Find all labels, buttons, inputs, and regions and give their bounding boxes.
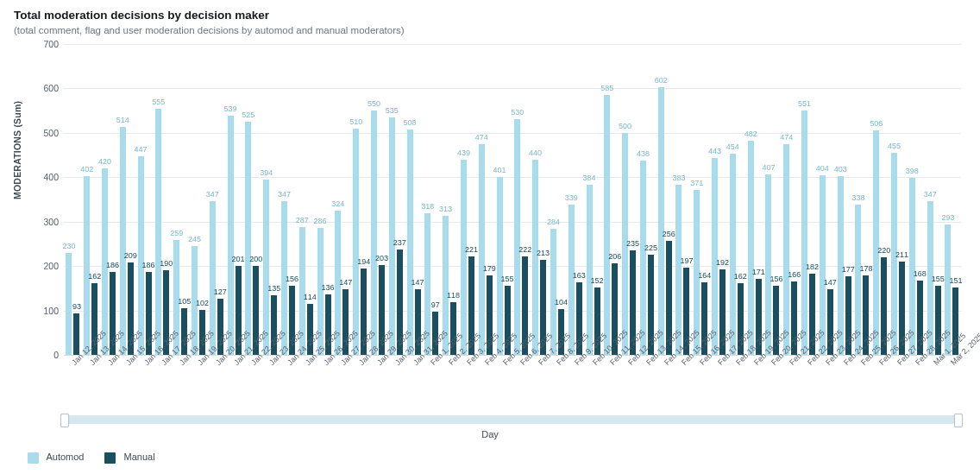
- bar-value-automod: 550: [368, 100, 380, 111]
- bar-value-automod: 439: [457, 149, 470, 160]
- bar-value-automod: 384: [582, 174, 595, 185]
- x-axis-label: Day: [14, 429, 966, 439]
- y-axis-label: MODERATIONS (Sum): [12, 101, 22, 199]
- bar-automod[interactable]: 402: [84, 176, 90, 355]
- bar-value-automod: 259: [170, 230, 183, 240]
- bar-value-automod: 474: [475, 134, 488, 144]
- x-tick: Feb 4, 2025: [476, 355, 494, 379]
- bar-automod[interactable]: 438: [640, 161, 646, 355]
- x-tick: Jan 28, 2025: [351, 355, 369, 379]
- bar-value-automod: 407: [762, 164, 775, 174]
- bar-group: 402162: [82, 176, 100, 355]
- x-tick: Jan 21, 2025: [225, 355, 243, 379]
- x-tick: Feb 11, 2025: [602, 355, 620, 379]
- bar-value-automod: 318: [421, 203, 434, 213]
- bar-automod[interactable]: 443: [712, 158, 718, 355]
- x-tick: Feb 16, 2025: [692, 355, 710, 379]
- bar-automod[interactable]: 401: [497, 177, 503, 355]
- x-tick: Feb 22, 2025: [800, 355, 818, 379]
- bar-automod[interactable]: 508: [407, 130, 413, 355]
- x-tick: Jan 31, 2025: [405, 355, 423, 379]
- bar-value-manual: 151: [949, 277, 962, 288]
- bar-value-automod: 525: [242, 111, 254, 122]
- bar-value-automod: 230: [62, 243, 75, 253]
- bar-automod[interactable]: 510: [353, 129, 359, 355]
- bar-automod[interactable]: 585: [604, 95, 610, 355]
- bar-automod[interactable]: 535: [389, 117, 395, 355]
- x-tick: Jan 12, 2025: [64, 355, 82, 379]
- bar-value-automod: 514: [116, 117, 129, 127]
- bar-value-automod: 245: [188, 236, 201, 246]
- x-tick: Feb 17, 2025: [710, 355, 728, 379]
- y-tick-label: 600: [43, 83, 59, 93]
- bar-value-automod: 474: [780, 134, 793, 144]
- x-tick: Jan 18, 2025: [172, 355, 190, 379]
- bar-manual[interactable]: 93: [73, 313, 79, 355]
- x-tick: Feb 15, 2025: [674, 355, 692, 379]
- bar-automod[interactable]: 447: [138, 156, 144, 355]
- bar-automod[interactable]: 551: [801, 111, 807, 355]
- chart-plot-area: MODERATIONS (Sum) 0100200300400500600700…: [17, 44, 964, 379]
- bar-value-automod: 286: [314, 218, 327, 228]
- x-tick: Feb 23, 2025: [817, 355, 835, 379]
- x-tick: Jan 14, 2025: [100, 355, 118, 379]
- bar-automod[interactable]: 439: [461, 160, 467, 355]
- x-tick: Jan 19, 2025: [190, 355, 208, 379]
- bar-value-automod: 404: [816, 165, 829, 175]
- bar-group: 551182: [800, 111, 818, 355]
- x-tick: Feb 3, 2025: [459, 355, 477, 379]
- bar-group: 474179: [476, 144, 494, 355]
- bar-automod[interactable]: 474: [783, 144, 789, 355]
- x-tick: Feb 9, 2025: [566, 355, 584, 379]
- chart-panel: Total moderation decisions by decision m…: [0, 0, 980, 474]
- x-tick: Jan 22, 2025: [243, 355, 261, 379]
- bar-automod[interactable]: 482: [748, 141, 754, 355]
- bar-group: 602256: [656, 87, 674, 355]
- scroll-handle-left[interactable]: [60, 414, 69, 427]
- x-tick: Jan 16, 2025: [135, 355, 154, 379]
- x-tick: Feb 12, 2025: [620, 355, 638, 379]
- chart-range-scrollbar[interactable]: [64, 415, 959, 424]
- chart-bars: 2309340216242018651420944718655519025910…: [64, 44, 961, 355]
- scroll-handle-right[interactable]: [954, 414, 963, 427]
- y-tick-label: 200: [43, 261, 59, 271]
- legend-swatch-automod: [28, 452, 39, 464]
- bar-group: 455211: [889, 153, 908, 355]
- legend-item-automod[interactable]: Automod: [28, 452, 84, 464]
- bar-group: 482171: [745, 141, 763, 355]
- bar-automod[interactable]: 602: [658, 87, 664, 355]
- x-tick: Feb 28, 2025: [907, 355, 925, 379]
- bar-automod[interactable]: 550: [371, 111, 377, 355]
- bar-automod[interactable]: 506: [873, 130, 879, 355]
- bar-value-automod: 401: [493, 167, 506, 177]
- bar-value-automod: 530: [511, 109, 524, 119]
- bar-automod[interactable]: 230: [66, 253, 72, 355]
- bar-value-automod: 539: [224, 105, 237, 116]
- bar-automod[interactable]: 514: [120, 127, 126, 355]
- x-tick: Mar 1, 2025: [925, 355, 943, 379]
- bar-value-automod: 602: [655, 77, 668, 87]
- legend-item-manual[interactable]: Manual: [104, 452, 154, 464]
- bar-value-manual: 97: [431, 301, 440, 312]
- x-tick: Feb 26, 2025: [871, 355, 889, 379]
- x-tick: Feb 14, 2025: [656, 355, 674, 379]
- y-tick-label: 300: [43, 217, 59, 227]
- x-tick: Feb 6, 2025: [512, 355, 531, 379]
- bar-value-automod: 508: [404, 119, 417, 130]
- bar-group: 525200: [243, 122, 261, 355]
- x-tick: Jan 26, 2025: [315, 355, 333, 379]
- bar-value-automod: 482: [744, 130, 757, 141]
- bar-value-automod: 455: [888, 142, 901, 153]
- bar-value-automod: 284: [547, 218, 560, 229]
- bar-automod[interactable]: 530: [514, 119, 520, 355]
- bar-value-automod: 293: [941, 214, 954, 224]
- bar-value-automod: 338: [851, 194, 864, 205]
- bar-automod[interactable]: 474: [479, 144, 485, 355]
- bar-automod[interactable]: 525: [245, 122, 251, 355]
- bar-automod[interactable]: 454: [730, 154, 736, 355]
- bar-automod[interactable]: 384: [587, 185, 593, 355]
- chart-title: Total moderation decisions by decision m…: [14, 9, 966, 22]
- bar-automod[interactable]: 555: [155, 109, 161, 355]
- bar-automod[interactable]: 539: [228, 116, 234, 355]
- bar-value-automod: 398: [906, 167, 919, 178]
